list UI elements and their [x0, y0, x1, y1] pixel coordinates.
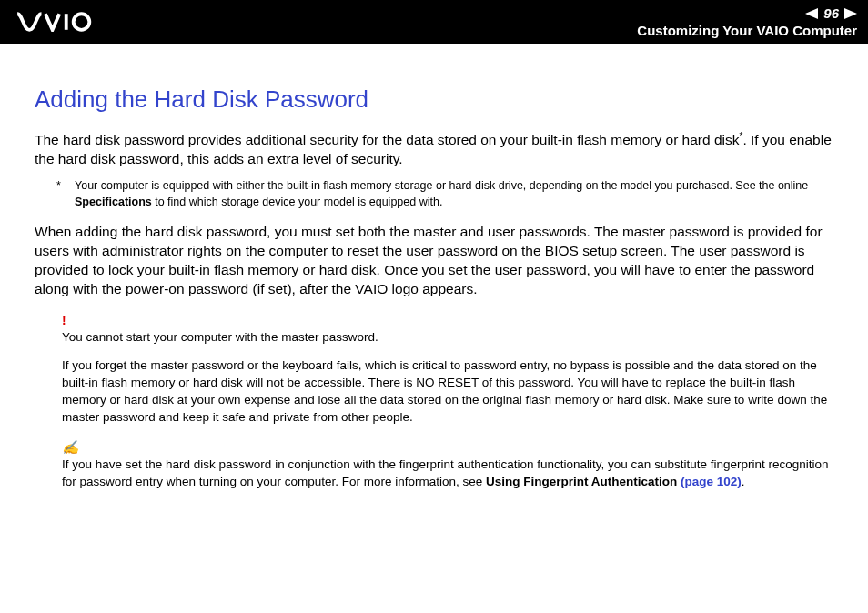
tip-icon: ✍ — [62, 437, 833, 457]
footnote-marker: * — [56, 178, 75, 210]
page-reference[interactable]: (page 102) — [677, 475, 742, 488]
body-paragraph: When adding the hard disk password, you … — [35, 223, 833, 299]
header-right: 96 Customizing Your VAIO Computer — [637, 5, 857, 38]
fingerprint-auth-link[interactable]: Using Fingerprint Authentication — [486, 475, 677, 488]
svg-rect-0 — [65, 14, 68, 30]
warning-block: ! You cannot start your computer with th… — [62, 312, 833, 491]
tip-period: . — [742, 475, 745, 488]
page-title: Adding the Hard Disk Password — [35, 85, 833, 114]
specifications-link[interactable]: Specifications — [75, 196, 152, 208]
warning-text-1: You cannot start your computer with the … — [62, 329, 833, 347]
svg-point-1 — [74, 14, 90, 30]
intro-text-a: The hard disk password provides addition… — [35, 132, 740, 147]
svg-marker-2 — [805, 8, 818, 19]
warning-icon: ! — [62, 312, 833, 330]
tip-text: If you have set the hard disk password i… — [62, 457, 833, 491]
footnote: * Your computer is equipped with either … — [56, 178, 833, 210]
footnote-text: Your computer is equipped with either th… — [75, 178, 833, 210]
svg-marker-3 — [844, 8, 857, 19]
content-area: Adding the Hard Disk Password The hard d… — [0, 44, 868, 491]
header-bar: 96 Customizing Your VAIO Computer — [0, 0, 868, 44]
page-navigator: 96 — [637, 5, 857, 21]
section-title: Customizing Your VAIO Computer — [637, 23, 857, 38]
prev-page-arrow-icon[interactable] — [805, 8, 818, 19]
intro-paragraph: The hard disk password provides addition… — [35, 130, 833, 169]
page-number: 96 — [823, 5, 839, 21]
footnote-text-b: to find which storage device your model … — [152, 196, 443, 208]
vaio-logo — [16, 12, 116, 32]
footnote-text-a: Your computer is equipped with either th… — [75, 179, 808, 192]
warning-text-2: If you forget the master password or the… — [62, 357, 833, 427]
next-page-arrow-icon[interactable] — [844, 8, 857, 19]
page: 96 Customizing Your VAIO Computer Adding… — [0, 0, 868, 613]
